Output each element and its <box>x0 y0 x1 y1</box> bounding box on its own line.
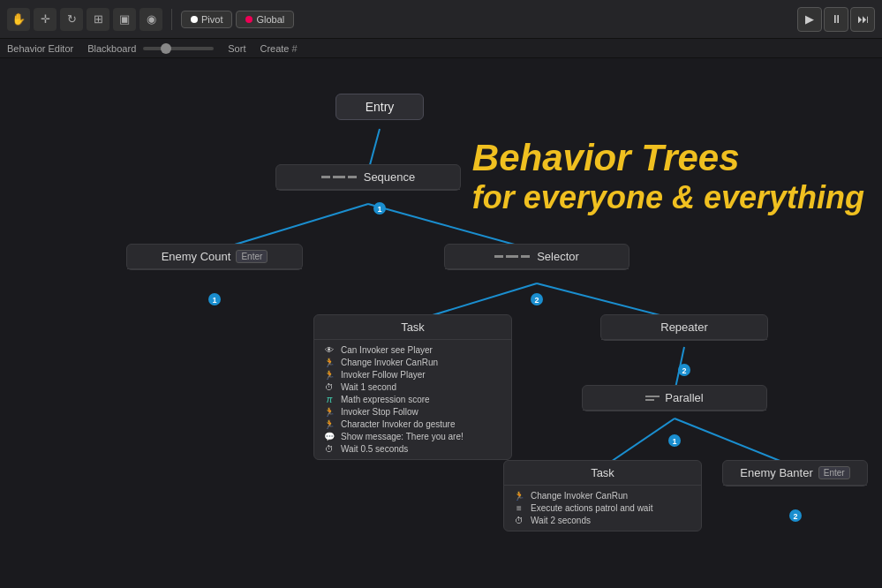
run-icon-2: 🏃 <box>323 370 335 380</box>
global-label: Global <box>256 14 284 25</box>
task-item-1: 👁 Can Invoker see Player <box>323 345 502 355</box>
blackboard-slider[interactable] <box>143 47 214 50</box>
refresh-btn[interactable]: ↻ <box>60 8 83 31</box>
task-right-node[interactable]: Task 🏃 Change Invoker CanRun ≡ Execute a… <box>503 460 702 531</box>
task-item-4: ⏱ Wait 1 second <box>323 382 502 392</box>
svg-point-8 <box>373 202 386 215</box>
enemy-count-label: Enemy Count <box>162 250 231 263</box>
repeater-node[interactable]: Repeater <box>600 314 768 341</box>
enemy-count-enter[interactable]: Enter <box>236 250 268 263</box>
entry-node[interactable]: Entry <box>335 94 424 120</box>
svg-text:1: 1 <box>672 437 676 446</box>
sort-btn[interactable]: Sort <box>228 43 245 54</box>
step-btn[interactable]: ⏭ <box>850 7 875 32</box>
task-item-9-text: Wait 0.5 seconds <box>341 444 408 454</box>
sequence-node[interactable]: Sequence <box>275 164 461 191</box>
task-left-items: 👁 Can Invoker see Player 🏃 Change Invoke… <box>314 340 511 459</box>
play-btn[interactable]: ▶ <box>797 7 822 32</box>
task-item-5-text: Math expression score <box>341 395 430 404</box>
wait-icon-1: ⏱ <box>323 382 335 392</box>
toolbar-icons: ✋ ✛ ↻ ⊞ ▣ ◉ <box>7 8 162 31</box>
task-left-node[interactable]: Task 👁 Can Invoker see Player 🏃 Change I… <box>313 314 512 460</box>
sequence-header: Sequence <box>276 165 460 190</box>
task-item-7: 🏃 Character Invoker do gesture <box>323 419 502 429</box>
task-right-item-2: ≡ Execute actions patrol and wait <box>513 503 692 513</box>
task-item-2-text: Change Invoker CanRun <box>341 358 438 367</box>
run-icon-1: 🏃 <box>323 358 335 367</box>
sequence-label: Sequence <box>364 170 416 184</box>
entry-label: Entry <box>366 100 395 114</box>
repeater-header: Repeater <box>601 315 767 340</box>
svg-text:2: 2 <box>793 512 797 521</box>
task-item-9: ⏱ Wait 0.5 seconds <box>323 444 502 454</box>
repeater-label: Repeater <box>660 320 707 334</box>
enemy-banter-node[interactable]: Enemy Banter Enter <box>722 460 868 486</box>
task-right-items: 🏃 Change Invoker CanRun ≡ Execute action… <box>504 486 701 531</box>
promo-line1: Behavior Trees <box>472 138 864 178</box>
task-item-6: 🏃 Invoker Stop Follow <box>323 407 502 417</box>
task-item-1-text: Can Invoker see Player <box>341 345 433 355</box>
svg-point-16 <box>678 364 690 376</box>
task-right-header: Task <box>504 461 701 486</box>
enemy-count-node[interactable]: Enemy Count Enter <box>126 244 303 270</box>
enemy-banter-label: Enemy Banter <box>740 466 812 479</box>
svg-point-22 <box>789 509 802 522</box>
editor-title: Behavior Editor <box>7 43 73 54</box>
task-item-3: 🏃 Invoker Follow Player <box>323 370 502 380</box>
task-right-item-2-text: Execute actions patrol and wait <box>531 503 652 513</box>
toolbar: ✋ ✛ ↻ ⊞ ▣ ◉ Pivot Global ▶ ⏸ ⏭ <box>0 0 882 39</box>
divider1 <box>171 9 172 30</box>
pivot-group: Pivot Global <box>181 11 294 28</box>
pivot-btn[interactable]: Pivot <box>181 11 232 28</box>
settings-btn[interactable]: ◉ <box>139 8 162 31</box>
task-item-8-text: Show message: There you are! <box>341 432 464 441</box>
task-right-item-1-text: Change Invoker CanRun <box>531 491 628 501</box>
parallel-icon <box>645 396 660 401</box>
wait-icon-2: ⏱ <box>323 444 335 454</box>
task-right-label: Task <box>591 466 614 479</box>
wait-icon-r1: ⏱ <box>513 516 525 525</box>
enemy-banter-enter[interactable]: Enter <box>818 466 850 479</box>
task-item-2: 🏃 Change Invoker CanRun <box>323 358 502 367</box>
parallel-node[interactable]: Parallel <box>582 385 767 411</box>
svg-text:2: 2 <box>534 296 539 305</box>
pivot-label: Pivot <box>201 14 222 25</box>
svg-point-12 <box>531 293 543 305</box>
enemy-count-header: Enemy Count Enter <box>127 245 302 269</box>
view-btn[interactable]: ▣ <box>113 8 136 31</box>
selector-header: Selector <box>445 245 629 269</box>
task-right-item-3: ⏱ Wait 2 seconds <box>513 516 692 525</box>
create-btn[interactable]: Create # <box>260 43 297 54</box>
message-icon: 💬 <box>323 432 335 441</box>
task-left-header: Task <box>314 315 511 340</box>
selector-node[interactable]: Selector <box>444 244 629 270</box>
svg-point-18 <box>668 434 681 447</box>
task-right-item-1: 🏃 Change Invoker CanRun <box>513 491 692 501</box>
promo-text: Behavior Trees for everyone & everything <box>472 138 864 216</box>
entry-header: Entry <box>336 94 423 119</box>
math-icon: π <box>323 395 335 404</box>
global-btn[interactable]: Global <box>236 11 294 28</box>
fit-btn[interactable]: ⊞ <box>87 8 109 31</box>
eye-icon: 👁 <box>323 345 335 355</box>
task-item-3-text: Invoker Follow Player <box>341 370 426 380</box>
editor-header: Behavior Editor Blackboard Sort Create # <box>0 39 882 58</box>
canvas: 1 1 2 1 2 1 1 2 Entry Sequence <box>0 58 882 588</box>
hash-icon: # <box>292 43 298 54</box>
task-right-item-3-text: Wait 2 seconds <box>531 516 591 525</box>
run-icon-3: 🏃 <box>323 407 335 417</box>
parallel-label: Parallel <box>665 391 703 404</box>
task-item-5: π Math expression score <box>323 395 502 404</box>
pause-btn[interactable]: ⏸ <box>824 7 848 32</box>
svg-point-10 <box>208 293 221 305</box>
parallel-header: Parallel <box>583 386 766 411</box>
add-tool-btn[interactable]: ✛ <box>34 8 57 31</box>
patrol-icon: ≡ <box>513 503 525 513</box>
task-left-label: Task <box>401 320 425 334</box>
create-label: Create <box>260 43 289 54</box>
hand-tool-btn[interactable]: ✋ <box>7 8 30 31</box>
task-item-7-text: Character Invoker do gesture <box>341 419 456 429</box>
promo-line2: for everyone & everything <box>472 178 864 216</box>
svg-text:2: 2 <box>682 366 686 375</box>
task-item-6-text: Invoker Stop Follow <box>341 407 418 417</box>
